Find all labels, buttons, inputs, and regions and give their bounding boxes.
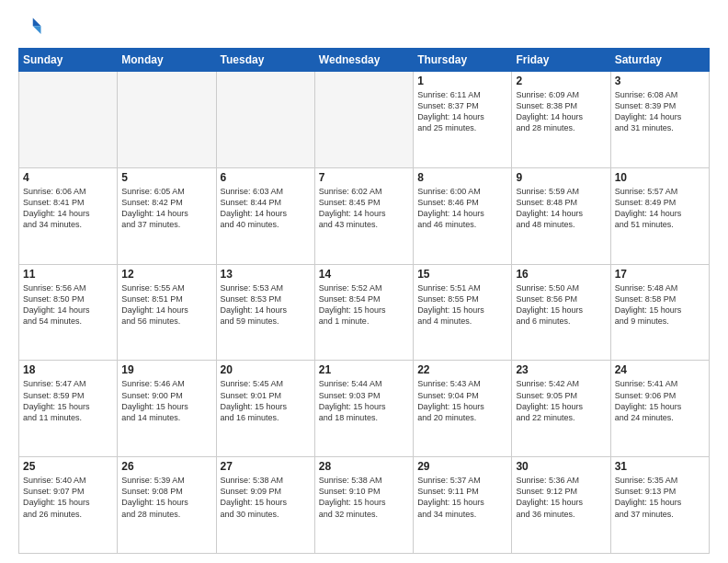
day-cell-10: 10Sunrise: 5:57 AMSunset: 8:49 PMDayligh… xyxy=(610,167,709,264)
empty-cell xyxy=(118,72,216,168)
day-cell-16: 16Sunrise: 5:50 AMSunset: 8:56 PMDayligh… xyxy=(512,264,610,361)
day-cell-25: 25Sunrise: 5:40 AMSunset: 9:07 PMDayligh… xyxy=(19,457,118,554)
day-number: 17 xyxy=(615,268,705,281)
day-number: 21 xyxy=(319,363,409,376)
day-number: 31 xyxy=(615,460,705,473)
weekday-friday: Friday xyxy=(512,49,610,72)
day-number: 15 xyxy=(417,268,507,281)
page: SundayMondayTuesdayWednesdayThursdayFrid… xyxy=(0,0,728,563)
day-number: 26 xyxy=(121,460,211,473)
day-number: 18 xyxy=(23,363,113,376)
day-cell-18: 18Sunrise: 5:47 AMSunset: 8:59 PMDayligh… xyxy=(19,361,118,457)
cell-info: Sunrise: 5:52 AMSunset: 8:54 PMDaylight:… xyxy=(319,282,409,327)
day-cell-14: 14Sunrise: 5:52 AMSunset: 8:54 PMDayligh… xyxy=(314,264,413,361)
cell-info: Sunrise: 5:47 AMSunset: 8:59 PMDaylight:… xyxy=(23,378,113,423)
day-number: 11 xyxy=(23,268,113,281)
cell-info: Sunrise: 5:57 AMSunset: 8:49 PMDaylight:… xyxy=(615,186,705,231)
day-cell-24: 24Sunrise: 5:41 AMSunset: 9:06 PMDayligh… xyxy=(610,361,709,457)
cell-info: Sunrise: 6:02 AMSunset: 8:45 PMDaylight:… xyxy=(319,186,409,231)
cell-info: Sunrise: 5:51 AMSunset: 8:55 PMDaylight:… xyxy=(417,282,507,327)
svg-marker-1 xyxy=(33,26,41,34)
header xyxy=(18,15,710,40)
day-number: 8 xyxy=(417,171,507,184)
cell-info: Sunrise: 5:42 AMSunset: 9:05 PMDaylight:… xyxy=(516,378,606,423)
day-cell-31: 31Sunrise: 5:35 AMSunset: 9:13 PMDayligh… xyxy=(610,457,709,554)
cell-info: Sunrise: 5:44 AMSunset: 9:03 PMDaylight:… xyxy=(319,378,409,423)
day-number: 22 xyxy=(417,363,507,376)
day-cell-9: 9Sunrise: 5:59 AMSunset: 8:48 PMDaylight… xyxy=(512,167,610,264)
day-number: 16 xyxy=(516,268,606,281)
day-cell-15: 15Sunrise: 5:51 AMSunset: 8:55 PMDayligh… xyxy=(414,264,512,361)
day-number: 4 xyxy=(23,171,113,184)
day-cell-23: 23Sunrise: 5:42 AMSunset: 9:05 PMDayligh… xyxy=(512,361,610,457)
cell-info: Sunrise: 5:48 AMSunset: 8:58 PMDaylight:… xyxy=(615,282,705,327)
svg-marker-0 xyxy=(33,18,41,27)
cell-info: Sunrise: 6:09 AMSunset: 8:38 PMDaylight:… xyxy=(516,89,606,134)
day-number: 30 xyxy=(516,460,606,473)
day-cell-21: 21Sunrise: 5:44 AMSunset: 9:03 PMDayligh… xyxy=(314,361,413,457)
cell-info: Sunrise: 5:38 AMSunset: 9:09 PMDaylight:… xyxy=(221,475,311,520)
logo-icon xyxy=(18,15,44,40)
day-cell-2: 2Sunrise: 6:09 AMSunset: 8:38 PMDaylight… xyxy=(512,72,610,168)
cell-info: Sunrise: 5:38 AMSunset: 9:10 PMDaylight:… xyxy=(319,475,409,520)
cell-info: Sunrise: 5:36 AMSunset: 9:12 PMDaylight:… xyxy=(516,475,606,520)
cell-info: Sunrise: 5:46 AMSunset: 9:00 PMDaylight:… xyxy=(121,378,211,423)
cell-info: Sunrise: 6:05 AMSunset: 8:42 PMDaylight:… xyxy=(121,186,211,231)
day-number: 10 xyxy=(615,171,705,184)
cell-info: Sunrise: 5:53 AMSunset: 8:53 PMDaylight:… xyxy=(221,282,311,327)
logo xyxy=(18,15,48,40)
empty-cell xyxy=(216,72,314,168)
day-number: 2 xyxy=(516,75,606,87)
day-cell-12: 12Sunrise: 5:55 AMSunset: 8:51 PMDayligh… xyxy=(118,264,216,361)
day-cell-3: 3Sunrise: 6:08 AMSunset: 8:39 PMDaylight… xyxy=(610,72,709,168)
day-cell-27: 27Sunrise: 5:38 AMSunset: 9:09 PMDayligh… xyxy=(216,457,314,554)
day-number: 6 xyxy=(221,171,311,184)
week-row-1: 4Sunrise: 6:06 AMSunset: 8:41 PMDaylight… xyxy=(19,167,710,264)
day-number: 12 xyxy=(121,268,211,281)
day-cell-30: 30Sunrise: 5:36 AMSunset: 9:12 PMDayligh… xyxy=(512,457,610,554)
day-number: 20 xyxy=(221,363,311,376)
day-cell-17: 17Sunrise: 5:48 AMSunset: 8:58 PMDayligh… xyxy=(610,264,709,361)
day-number: 14 xyxy=(319,268,409,281)
day-number: 29 xyxy=(417,460,507,473)
day-cell-26: 26Sunrise: 5:39 AMSunset: 9:08 PMDayligh… xyxy=(118,457,216,554)
weekday-saturday: Saturday xyxy=(610,49,709,72)
weekday-thursday: Thursday xyxy=(414,49,512,72)
day-cell-7: 7Sunrise: 6:02 AMSunset: 8:45 PMDaylight… xyxy=(314,167,413,264)
day-number: 25 xyxy=(23,460,113,473)
week-row-0: 1Sunrise: 6:11 AMSunset: 8:37 PMDaylight… xyxy=(19,72,710,168)
cell-info: Sunrise: 5:43 AMSunset: 9:04 PMDaylight:… xyxy=(417,378,507,423)
day-number: 7 xyxy=(319,171,409,184)
day-number: 1 xyxy=(417,75,507,87)
day-cell-20: 20Sunrise: 5:45 AMSunset: 9:01 PMDayligh… xyxy=(216,361,314,457)
day-number: 9 xyxy=(516,171,606,184)
cell-info: Sunrise: 6:11 AMSunset: 8:37 PMDaylight:… xyxy=(417,89,507,134)
cell-info: Sunrise: 5:59 AMSunset: 8:48 PMDaylight:… xyxy=(516,186,606,231)
cell-info: Sunrise: 5:55 AMSunset: 8:51 PMDaylight:… xyxy=(121,282,211,327)
day-cell-19: 19Sunrise: 5:46 AMSunset: 9:00 PMDayligh… xyxy=(118,361,216,457)
cell-info: Sunrise: 5:40 AMSunset: 9:07 PMDaylight:… xyxy=(23,475,113,520)
week-row-2: 11Sunrise: 5:56 AMSunset: 8:50 PMDayligh… xyxy=(19,264,710,361)
cell-info: Sunrise: 5:39 AMSunset: 9:08 PMDaylight:… xyxy=(121,475,211,520)
cell-info: Sunrise: 5:45 AMSunset: 9:01 PMDaylight:… xyxy=(221,378,311,423)
cell-info: Sunrise: 5:35 AMSunset: 9:13 PMDaylight:… xyxy=(615,475,705,520)
day-cell-13: 13Sunrise: 5:53 AMSunset: 8:53 PMDayligh… xyxy=(216,264,314,361)
day-cell-4: 4Sunrise: 6:06 AMSunset: 8:41 PMDaylight… xyxy=(19,167,118,264)
cell-info: Sunrise: 6:08 AMSunset: 8:39 PMDaylight:… xyxy=(615,89,705,134)
day-cell-1: 1Sunrise: 6:11 AMSunset: 8:37 PMDaylight… xyxy=(414,72,512,168)
day-number: 28 xyxy=(319,460,409,473)
weekday-monday: Monday xyxy=(118,49,216,72)
cell-info: Sunrise: 5:37 AMSunset: 9:11 PMDaylight:… xyxy=(417,475,507,520)
day-cell-11: 11Sunrise: 5:56 AMSunset: 8:50 PMDayligh… xyxy=(19,264,118,361)
day-cell-5: 5Sunrise: 6:05 AMSunset: 8:42 PMDaylight… xyxy=(118,167,216,264)
empty-cell xyxy=(314,72,413,168)
day-number: 5 xyxy=(121,171,211,184)
day-cell-29: 29Sunrise: 5:37 AMSunset: 9:11 PMDayligh… xyxy=(414,457,512,554)
day-number: 23 xyxy=(516,363,606,376)
day-cell-6: 6Sunrise: 6:03 AMSunset: 8:44 PMDaylight… xyxy=(216,167,314,264)
day-cell-8: 8Sunrise: 6:00 AMSunset: 8:46 PMDaylight… xyxy=(414,167,512,264)
weekday-header-row: SundayMondayTuesdayWednesdayThursdayFrid… xyxy=(19,49,710,72)
week-row-4: 25Sunrise: 5:40 AMSunset: 9:07 PMDayligh… xyxy=(19,457,710,554)
cell-info: Sunrise: 5:56 AMSunset: 8:50 PMDaylight:… xyxy=(23,282,113,327)
day-cell-28: 28Sunrise: 5:38 AMSunset: 9:10 PMDayligh… xyxy=(314,457,413,554)
